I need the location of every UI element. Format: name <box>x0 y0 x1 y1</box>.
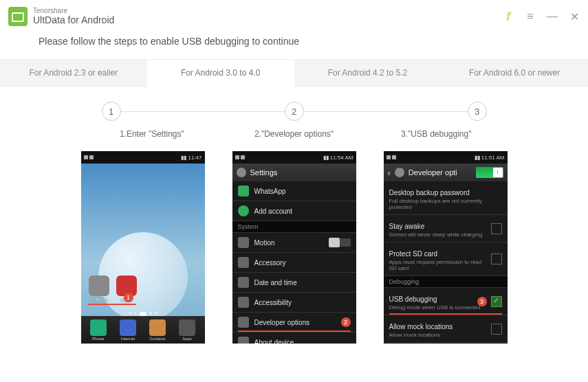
dev-options-header: ‹ Developer opti I <box>384 164 508 181</box>
step-2-label: 2."Developer options" <box>223 129 365 139</box>
step-2-circle: 2 <box>285 102 304 121</box>
checkbox <box>491 324 502 335</box>
list-item: Date and time <box>232 273 356 293</box>
gear-icon <box>395 168 404 177</box>
app-logo <box>8 7 28 26</box>
clock: 11:54 AM <box>330 155 353 161</box>
brand-text: Tenorshare <box>33 8 114 14</box>
highlight-marker-1: 1 <box>124 293 133 302</box>
toggle <box>329 238 351 247</box>
checkbox <box>491 223 502 234</box>
instruction-text: Please follow the steps to enable USB de… <box>0 33 588 59</box>
section-header: System <box>232 221 356 233</box>
checkbox-checked <box>491 296 502 307</box>
step-line <box>304 111 468 112</box>
title-bar: Tenorshare UltData for Android f ≡ — ✕ <box>0 0 588 33</box>
tab-android-6[interactable]: For Android 6.0 or newer <box>441 59 588 87</box>
gear-icon <box>237 168 246 177</box>
tab-android-2-3[interactable]: For Android 2.3 or ealier <box>0 59 147 87</box>
phone-3-developer-options: ▮▮11:51 AM ‹ Developer opti I Desktop ba… <box>384 151 508 344</box>
master-toggle: I <box>476 167 503 178</box>
highlight-line <box>88 304 136 305</box>
list-item: Allow mock locationsAllow mock locations <box>384 315 508 343</box>
close-icon[interactable]: ✕ <box>569 10 580 23</box>
product-name: UltData for Android <box>33 14 114 26</box>
list-item: WhatsApp <box>232 181 356 201</box>
step-line <box>121 111 285 112</box>
highlight-marker-3: 3 <box>477 297 487 306</box>
list-item-usb-debugging: USB debuggingDebug mode when USB is conn… <box>384 288 508 315</box>
status-bar: ▮▮11:51 AM <box>384 151 508 164</box>
dev-options-list: Desktop backup passwordFull desktop back… <box>384 181 508 344</box>
step-1-circle: 1 <box>102 102 121 121</box>
step-1-label: 1.Enter "Settings" <box>81 129 224 139</box>
list-item: Accessibility <box>232 293 356 313</box>
settings-app-icon: Settings <box>87 276 111 302</box>
tab-android-4-5[interactable]: For Android 4.2 to 5.2 <box>294 59 442 87</box>
list-item: Stay awakeScreen will never sleep while … <box>384 215 508 243</box>
app-title: Tenorshare UltData for Android <box>33 8 114 26</box>
list-item: Add account <box>232 201 356 221</box>
clock: 11:51 AM <box>481 155 505 161</box>
version-tabs: For Android 2.3 or ealier For Android 3.… <box>0 59 588 87</box>
list-item-developer-options: Developer options2 <box>232 313 356 333</box>
settings-list: WhatsApp Add account System Motion Acces… <box>232 181 356 344</box>
section-header: Debugging <box>384 276 508 288</box>
highlight-line <box>238 330 351 332</box>
status-bar: ▮▮11:47 <box>81 151 205 164</box>
step-indicator: 1 2 3 <box>102 102 487 121</box>
window-controls: f ≡ — ✕ <box>503 10 580 24</box>
list-item: Select debug appNo debug application set <box>384 343 508 344</box>
list-item: Accessory <box>232 253 356 273</box>
back-icon: ‹ <box>388 168 391 178</box>
highlight-line <box>389 313 502 315</box>
checkbox <box>491 254 502 265</box>
step-3-circle: 3 <box>468 102 487 121</box>
minimize-icon[interactable]: — <box>547 10 558 23</box>
phone-1-home: ▮▮11:47 Settings Apps 1 <box>81 151 205 344</box>
dock: Phone Internet Contacts Apps <box>81 316 205 344</box>
list-item: Motion <box>232 233 356 253</box>
list-item: Protect SD cardApps must request permiss… <box>384 243 508 276</box>
tab-android-3-4[interactable]: For Android 3.0 to 4.0 <box>147 59 294 87</box>
clock: 11:47 <box>188 155 202 161</box>
menu-icon[interactable]: ≡ <box>525 10 536 23</box>
status-bar: ▮▮11:54 AM <box>232 151 356 164</box>
list-item: Desktop backup passwordFull desktop back… <box>384 181 508 215</box>
feedback-icon[interactable]: f <box>503 10 514 24</box>
phone-screenshots: ▮▮11:47 Settings Apps 1 <box>0 151 588 344</box>
list-item: About device <box>232 333 356 344</box>
highlight-marker-2: 2 <box>341 317 351 327</box>
phone-2-settings: ▮▮11:54 AM Settings WhatsApp Add account… <box>232 151 356 344</box>
settings-header: Settings <box>232 164 356 181</box>
step-3-label: 3."USB debugging" <box>365 129 508 139</box>
step-labels: 1.Enter "Settings" 2."Developer options"… <box>81 129 508 139</box>
